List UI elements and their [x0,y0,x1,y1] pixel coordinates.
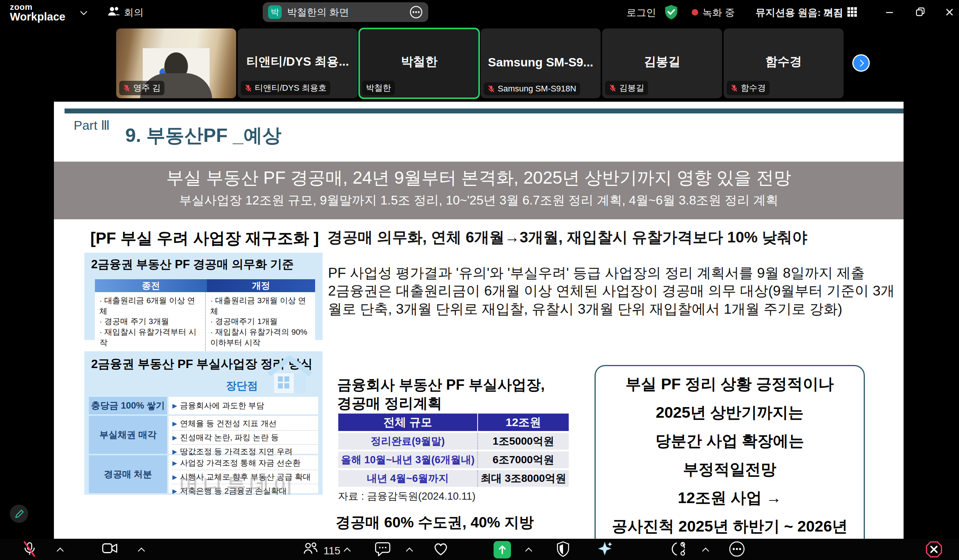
header-cell: 전체 규모 [338,414,478,431]
house-icon [261,353,314,395]
cleanup-plan-table: 전체 규모 12조원 정리완료(9월말) 1조5000억원 올해 10월~내년 … [338,414,569,487]
col-before-header: 종전 [95,279,207,292]
paragraph-1: PF 사업성 평가결과 '유의'와 '부실우려' 등급 사업장의 정리 계획서를… [328,264,903,282]
paragraph-2: 2금융권은 대출원리금이 6개월 이상 연체된 사업장이 경공매 의무 대상(9… [328,282,903,318]
video-tile-hamsugyeong[interactable]: 함수경 함수경 [723,29,844,98]
participant-display-name: 김봉길 [602,54,722,70]
slide-part-label: Part Ⅲ [74,118,110,133]
chat-button[interactable] [374,540,391,557]
after-item: 경공매주기 1개월 [210,316,312,327]
mid-table-title-line1: 금융회사 부동산 PF 부실사업장, [337,375,545,394]
header-cell: 12조원 [478,414,569,431]
method-item: ▶진성매각 논란, 파킹 논란 등 [172,431,318,445]
participants-button[interactable] [302,540,319,557]
table-header-row: 전체 규모 12조원 [338,414,569,431]
banner-line1: 부실 부동산 PF 경공매, 24년 9월부터 본격화, 2025년 상반기까지… [54,166,903,190]
chevron-down-icon[interactable] [80,8,87,15]
auction-criteria-box: 2금융권 부동산 PF 경공매 의무화 기준 종전 개정 대출원리금 6개월 이… [84,253,323,340]
participant-display-name: Samsung SM-S9... [481,56,601,70]
outlook-line: 부실 PF 정리 상황 긍정적이나 [596,370,864,398]
slide-accent-bar [65,108,903,113]
row-label: 올해 10월~내년 3월(6개월내) [338,452,478,468]
table-row: 올해 10월~내년 3월(6개월내) 6조7000억원 [338,452,569,468]
share-screen-button[interactable] [494,541,511,558]
leave-octagon-icon [925,540,943,558]
before-item: 경공매 주기 3개월 [99,316,202,327]
row-value: 1조5000억원 [478,433,569,450]
row-label: 정리완료(9월말) [338,433,478,450]
login-button[interactable]: 로그인 [626,6,656,19]
shared-screen-pill[interactable]: 박 박철한의 화면 [263,2,428,22]
table-source: 자료 : 금융감독원(2024.10.11) [338,490,476,503]
next-participants-page-button[interactable] [852,54,870,72]
triangle-bullet-icon: ▶ [172,460,177,467]
video-tile-tnt[interactable]: 티앤티/DYS 최용... 티앤티/DYS 최용호 [238,29,358,98]
method-row: 충당금 100% 쌓기 ▶금융회사에 과도한 부담 [89,397,318,414]
video-tile-samsung[interactable]: Samsung SM-S9... Samsung SM-S918N [481,29,601,98]
video-tile-yeongju[interactable]: 영주 김 [116,29,236,98]
method-row: 부실채권 매각 ▶연체율 등 건전성 지표 개선 ▶진성매각 논란, 파킹 논란… [89,416,318,454]
middle-headline: 경공매 의무화, 연체 6개월→3개월, 재입찰시 유찰가격보다 10% 낮춰야 [327,227,808,248]
after-item: 대출원리금 3개월 이상 연체 [210,295,312,316]
watermark: 머니투데이 [179,472,297,498]
outlook-line: 2025년 상반기까지는 [596,398,864,427]
participant-display-name: 함수경 [723,54,844,70]
close-window-button[interactable] [944,6,955,18]
participant-name-tag: 김봉길 [605,81,648,95]
more-dots-icon [728,540,746,558]
security-button[interactable] [555,540,571,558]
before-items: 대출원리금 6개월 이상 연체 경공매 주기 3개월 재입찰시 유찰가격부터 시… [95,292,205,351]
video-tile-kimbonggil[interactable]: 김봉길 김봉길 [602,29,722,98]
restore-window-button[interactable] [914,6,926,18]
participant-name-tag: Samsung SM-S918N [484,82,580,95]
slide-banner: 부실 부동산 PF 경공매, 24년 9월부터 본격화, 2025년 상반기까지… [54,162,903,219]
reactions-button[interactable] [432,540,449,557]
breakout-rooms-button[interactable] [671,540,688,558]
more-options-icon[interactable] [409,5,423,19]
method-label: 경공매 처분 [89,455,167,493]
minimize-button[interactable] [884,7,895,18]
breakout-rooms-icon [671,540,688,558]
recording-indicator-icon [692,9,698,16]
shield-check-icon[interactable] [664,4,679,20]
mid-table-title-line2: 경공매 정리계획 [337,394,545,413]
ai-companion-button[interactable] [597,540,614,558]
view-button[interactable]: 보기 [823,6,843,19]
row-value: 6조7000억원 [478,452,569,468]
participants-icon [302,540,319,557]
triangle-bullet-icon: ▶ [172,434,177,441]
mid-table-title: 금융회사 부동산 PF 부실사업장, 경공매 정리계획 [337,375,545,413]
method-label: 충당금 100% 쌓기 [89,397,167,414]
participant-name: 영주 김 [133,82,161,94]
method-item: ▶금융회사에 과도한 부담 [172,399,318,412]
recording-status: 녹화 중 [703,6,734,19]
more-button[interactable] [728,540,746,558]
body-paragraphs: PF 사업성 평가결과 '유의'와 '부실우려' 등급 사업장의 정리 계획서를… [328,264,903,318]
participant-name-tag: 함수경 [726,81,769,95]
after-items: 대출원리금 3개월 이상 연체 경공매주기 1개월 재입찰시 유찰가격의 90%… [205,292,315,351]
mic-muted-icon [123,84,131,92]
annotate-button[interactable] [10,504,28,523]
top-bar: zoom Workplace 회의 박 박철한의 화면 로그인 녹화 중 뮤지션… [0,0,959,24]
left-heading: [PF 부실 우려 사업장 재구조화 ] [90,228,319,249]
participant-name-tag: 티앤티/DYS 최용호 [241,81,330,95]
participants-count: 115 [323,545,341,557]
video-button[interactable] [101,540,118,556]
row-label: 내년 4월~6월까지 [338,470,478,487]
participant-name: 김봉길 [619,82,644,94]
mic-muted-icon [487,85,495,92]
video-tile-active-speaker[interactable]: 박철한 박철한 [359,29,479,98]
slide-title: 9. 부동산PF _예상 [125,123,281,148]
method-item: ▶사업장 가격조정 통해 자금 선순환 [172,456,318,470]
meeting-tab-label[interactable]: 회의 [124,6,143,19]
view-grid-icon[interactable] [846,6,858,18]
table-row: 정리완료(9월말) 1조5000억원 [338,433,569,450]
participant-display-name: 박철한 [359,54,479,70]
mute-button[interactable] [21,540,38,558]
leave-meeting-button[interactable] [925,540,943,558]
outlook-line: 12조원 사업 → [596,484,864,512]
participant-name: 티앤티/DYS 최용호 [255,82,327,94]
mic-muted-icon [730,84,738,92]
before-item: 재입찰시 유찰가격부터 시작 [99,327,202,348]
zoom-meeting-window: zoom Workplace 회의 박 박철한의 화면 로그인 녹화 중 뮤지션… [0,0,959,560]
